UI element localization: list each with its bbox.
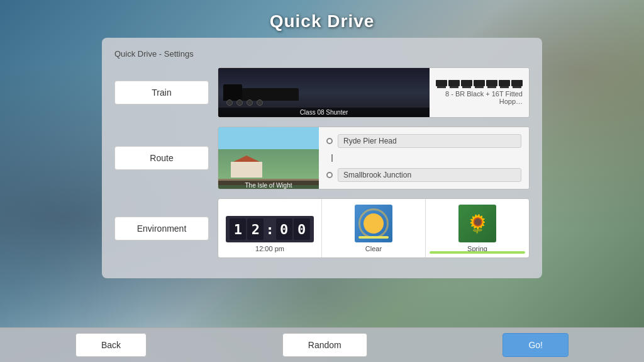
clock-colon: : [265, 218, 274, 240]
station-dot-to [326, 172, 333, 178]
station-to-item: Smallbrook Junction [326, 168, 521, 182]
bottom-bar: Back Random Go! [0, 327, 644, 362]
train-thumbnail[interactable]: Class 08 Shunter [218, 68, 430, 117]
train-content: Class 08 Shunter 8 - BR Black + 16T Fitt… [218, 67, 530, 118]
route-button[interactable]: Route [114, 146, 209, 170]
environment-content: 1 2 : 0 0 12:00 pm Clear 🌻 [218, 198, 530, 258]
wheel [236, 99, 243, 106]
time-label: 12:00 pm [255, 245, 284, 252]
wagon [461, 80, 472, 86]
weather-clear-icon [355, 205, 392, 242]
train-cab [223, 84, 242, 101]
train-description: 8 - BR Black + 16T Fitted Hopp… [436, 90, 523, 105]
route-thumbnail[interactable]: The Isle of Wight [218, 127, 319, 189]
sun-icon [364, 213, 384, 234]
route-row: Route The Isle of Wight Ryde Pier Hea [114, 127, 530, 189]
clock-hour1: 1 [230, 218, 246, 240]
wagon [511, 80, 523, 86]
weather-clear-item[interactable]: Clear [321, 199, 425, 257]
page-title: Quick Drive [270, 11, 375, 31]
clock-min1: 0 [276, 218, 292, 240]
train-silhouette [223, 83, 425, 106]
weather-bar-green [430, 251, 525, 254]
flower-icon: 🌻 [467, 213, 489, 234]
station-from-name[interactable]: Ryde Pier Head [338, 134, 521, 148]
train-detail: 8 - BR Black + 16T Fitted Hopp… [430, 68, 529, 117]
train-thumb-label: Class 08 Shunter [218, 108, 430, 117]
wagon [499, 80, 510, 86]
train-wheels [226, 99, 263, 106]
wagon-row [436, 80, 523, 86]
station-dot-from [326, 138, 333, 144]
wheel [247, 99, 253, 106]
route-detail: Ryde Pier Head Smallbrook Junction [319, 127, 529, 189]
train-button[interactable]: Train [114, 81, 209, 105]
station-building [231, 156, 262, 178]
main-panel: Quick Drive - Settings Train Class 08 [102, 38, 542, 278]
route-thumb-label: The Isle of Wight [218, 181, 319, 189]
station-connector [326, 154, 521, 162]
environment-row: Environment 1 2 : 0 0 12:00 pm Cle [114, 198, 530, 258]
clock-min2: 0 [294, 218, 310, 240]
weather-spring-icon: 🌻 [458, 205, 496, 242]
wheel [257, 99, 263, 106]
wheel [226, 99, 233, 106]
train-row: Train Class 08 Shunter [114, 67, 530, 118]
random-button[interactable]: Random [282, 333, 367, 357]
weather-clear-label: Clear [365, 245, 382, 252]
weather-spring-item[interactable]: 🌻 Spring [425, 199, 529, 257]
station-from-item: Ryde Pier Head [326, 134, 521, 148]
station-line [331, 154, 333, 162]
time-item[interactable]: 1 2 : 0 0 12:00 pm [218, 199, 321, 257]
route-content: The Isle of Wight Ryde Pier Head Smallbr… [218, 127, 530, 189]
wagon [436, 80, 447, 86]
go-button[interactable]: Go! [502, 333, 569, 357]
clock-display: 1 2 : 0 0 [226, 216, 313, 242]
clock-hour2: 2 [247, 218, 264, 240]
station-to-name[interactable]: Smallbrook Junction [338, 168, 521, 182]
building-body [231, 162, 262, 178]
header: Quick Drive [0, 0, 644, 38]
back-button[interactable]: Back [75, 333, 147, 357]
wagon [474, 80, 485, 86]
wagon [486, 80, 497, 86]
panel-subtitle: Quick Drive - Settings [114, 49, 530, 59]
weather-bar [358, 236, 389, 239]
environment-button[interactable]: Environment [114, 217, 209, 240]
wagon [448, 80, 460, 86]
